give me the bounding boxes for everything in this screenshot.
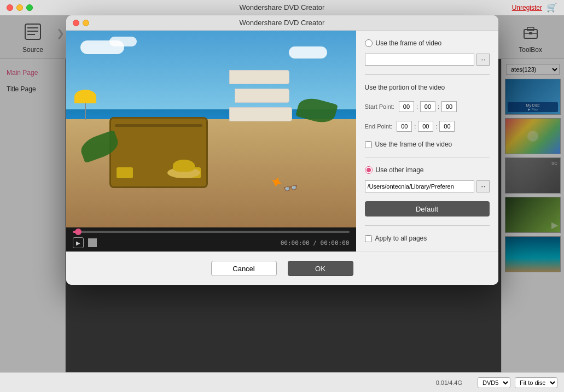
end-seconds[interactable] bbox=[439, 121, 455, 132]
use-other-radio-item[interactable]: Use other image bbox=[365, 166, 490, 174]
app-title: Wondershare DVD Creator bbox=[240, 3, 325, 11]
image-path-input[interactable] bbox=[365, 180, 474, 192]
video-player: ✦ 👓 bbox=[66, 31, 356, 227]
sep-1: : bbox=[416, 103, 418, 110]
cloud-3 bbox=[289, 46, 327, 58]
video-controls: ▶ 00:00:00 / 00:00:00 bbox=[66, 227, 356, 251]
maximize-button[interactable] bbox=[26, 4, 33, 11]
minimize-button[interactable] bbox=[16, 4, 23, 11]
sep-2: : bbox=[438, 103, 439, 110]
modal-footer: Cancel OK bbox=[66, 251, 498, 285]
cloud-2 bbox=[109, 37, 137, 46]
sep-3: : bbox=[414, 123, 416, 130]
apply-all-checkbox[interactable] bbox=[365, 235, 372, 242]
start-point-label: Start Point: bbox=[365, 103, 394, 110]
modal-dialog: Wondershare DVD Creator bbox=[66, 15, 498, 285]
use-frame-checkbox[interactable] bbox=[365, 141, 372, 148]
progress-bar[interactable] bbox=[73, 231, 350, 233]
use-other-radio[interactable] bbox=[365, 166, 373, 174]
play-button[interactable]: ▶ bbox=[73, 237, 84, 248]
progress-knob[interactable] bbox=[75, 229, 82, 235]
end-minutes[interactable] bbox=[418, 121, 433, 132]
frame-browse-button[interactable]: ··· bbox=[476, 54, 490, 66]
end-point-row: End Point: : : bbox=[365, 121, 490, 132]
signposts bbox=[229, 70, 292, 121]
end-hours[interactable] bbox=[397, 121, 412, 132]
modal-controls: Use the frame of video ··· Use the porti… bbox=[356, 31, 498, 251]
hat bbox=[167, 159, 200, 178]
default-button[interactable]: Default bbox=[365, 201, 490, 217]
modal-video-area: ✦ 👓 bbox=[66, 31, 356, 251]
close-button[interactable] bbox=[7, 4, 13, 11]
modal-title: Wondershare DVD Creator bbox=[240, 19, 325, 27]
use-frame-radio[interactable] bbox=[365, 39, 373, 47]
video-frame: ✦ 👓 bbox=[66, 31, 356, 227]
statusbar: 0.01/4.4G DVD5 Fit to disc bbox=[0, 372, 564, 392]
divider-1 bbox=[365, 74, 490, 75]
cancel-button[interactable]: Cancel bbox=[211, 261, 277, 276]
palm-right bbox=[298, 100, 341, 132]
divider-2 bbox=[365, 157, 490, 157]
modal-body: ✦ 👓 bbox=[66, 31, 498, 251]
unregister-link[interactable]: Unregister bbox=[512, 4, 542, 11]
stop-button[interactable] bbox=[88, 238, 97, 247]
apply-all-label: Apply to all pages bbox=[375, 235, 427, 242]
use-frame-label: Use the frame of video bbox=[376, 39, 442, 47]
time-display: 00:00:00 / 00:00:00 bbox=[101, 239, 350, 247]
modal-overlay: Wondershare DVD Creator bbox=[0, 15, 564, 372]
divider-3 bbox=[365, 225, 490, 226]
start-time-inputs: : : bbox=[399, 101, 457, 112]
main-titlebar: Wondershare DVD Creator Unregister 🛒 bbox=[0, 0, 564, 15]
sep-4: : bbox=[435, 123, 437, 130]
cart-icon[interactable]: 🛒 bbox=[546, 2, 557, 13]
apply-all-item[interactable]: Apply to all pages bbox=[365, 235, 490, 242]
use-frame-check-item[interactable]: Use the frame of the video bbox=[365, 141, 490, 148]
image-browse-button[interactable]: ··· bbox=[476, 180, 490, 192]
frame-path-input[interactable] bbox=[365, 54, 474, 66]
ok-button[interactable]: OK bbox=[288, 261, 353, 276]
window-controls bbox=[7, 4, 33, 11]
umbrella bbox=[74, 90, 96, 117]
frame-input-row: ··· bbox=[365, 54, 490, 66]
modal-close-button[interactable] bbox=[73, 20, 79, 26]
modal-min-button[interactable] bbox=[83, 20, 89, 26]
use-portion-label: Use the portion of the video bbox=[365, 84, 490, 91]
start-minutes[interactable] bbox=[420, 101, 435, 112]
start-seconds[interactable] bbox=[441, 101, 457, 112]
use-frame-radio-item[interactable]: Use the frame of video bbox=[365, 39, 490, 47]
end-time-inputs: : : bbox=[397, 121, 455, 132]
start-point-row: Start Point: : : bbox=[365, 101, 490, 112]
end-point-label: End Point: bbox=[365, 123, 393, 130]
modal-titlebar: Wondershare DVD Creator bbox=[66, 15, 498, 31]
palm-left bbox=[80, 136, 124, 168]
use-other-label: Use other image bbox=[376, 166, 424, 174]
fit-dropdown[interactable]: Fit to disc bbox=[515, 377, 557, 388]
use-frame-check-label: Use the frame of the video bbox=[375, 141, 452, 148]
format-dropdown[interactable]: DVD5 bbox=[478, 377, 510, 388]
start-hours[interactable] bbox=[399, 101, 414, 112]
modal-window-controls bbox=[73, 20, 89, 26]
sunglasses: 👓 bbox=[282, 180, 299, 197]
disk-usage: 0.01/4.4G bbox=[7, 379, 473, 386]
controls-row: ▶ 00:00:00 / 00:00:00 bbox=[73, 237, 350, 248]
image-input-row: ··· bbox=[365, 180, 490, 192]
